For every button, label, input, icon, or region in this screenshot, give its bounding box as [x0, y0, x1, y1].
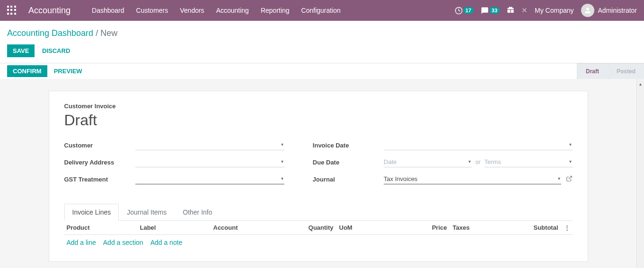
nav-dashboard[interactable]: Dashboard	[92, 7, 124, 14]
confirm-button[interactable]: Confirm	[7, 65, 47, 77]
field-customer: ▾	[135, 140, 284, 150]
journal-input[interactable]	[384, 174, 561, 184]
content-wrap: Customer Invoice Draft Customer ▾ Delive…	[0, 79, 644, 268]
row-gst-treatment: GST Treatment ▾	[64, 173, 284, 186]
label-invoice-date: Invoice Date	[313, 142, 384, 149]
user-name: Administrator	[598, 7, 637, 14]
company-name[interactable]: My Company	[535, 7, 573, 14]
avatar	[581, 4, 594, 17]
breadcrumb: Accounting Dashboard / New	[7, 25, 637, 42]
due-date-input[interactable]	[384, 157, 472, 167]
preview-button[interactable]: Preview	[47, 65, 89, 77]
col-taxes: Taxes	[447, 224, 480, 231]
label-gst: GST Treatment	[64, 176, 135, 183]
invoice-date-input[interactable]	[384, 140, 573, 150]
breadcrumb-bar: Accounting Dashboard / New Save Discard	[0, 21, 644, 63]
field-invoice-date: ▾	[384, 140, 573, 150]
nav-accounting[interactable]: Accounting	[216, 7, 249, 14]
svg-line-1	[568, 176, 571, 179]
col-product: Product	[67, 224, 140, 231]
activity-icon[interactable]: 17	[455, 7, 474, 15]
status-bar: Confirm Preview Draft Posted	[0, 63, 644, 79]
add-note-link[interactable]: Add a note	[150, 239, 183, 246]
breadcrumb-root[interactable]: Accounting Dashboard	[7, 28, 93, 38]
col-uom: UoM	[334, 224, 364, 231]
tabs: Invoice Lines Journal Items Other Info	[64, 204, 573, 221]
label-customer: Customer	[64, 142, 135, 149]
col-subtotal: Subtotal	[480, 224, 558, 231]
crossed-tools-icon[interactable]: ✕	[521, 6, 528, 15]
nav-configuration[interactable]: Configuration	[301, 7, 341, 14]
form-sheet: Customer Invoice Draft Customer ▾ Delive…	[49, 91, 588, 262]
col-account: Account	[213, 224, 300, 231]
external-link-icon[interactable]	[566, 175, 573, 183]
field-due-date-terms: ▾	[485, 157, 573, 167]
terms-input[interactable]	[485, 157, 573, 167]
scroll-up-icon[interactable]: ▴	[637, 80, 644, 87]
form-title-big: Draft	[64, 112, 573, 129]
save-button[interactable]: Save	[7, 44, 35, 57]
gst-input[interactable]	[135, 174, 284, 184]
label-due-date: Due Date	[313, 159, 384, 166]
nav-reporting[interactable]: Reporting	[261, 7, 290, 14]
add-section-link[interactable]: Add a section	[103, 239, 143, 246]
field-due-date-date: ▾	[384, 157, 472, 167]
form-columns: Customer ▾ Delivery Address ▾ GST Treatm…	[64, 138, 573, 190]
stage-draft[interactable]: Draft	[577, 63, 608, 79]
row-invoice-date: Invoice Date ▾	[313, 138, 573, 152]
add-line-link[interactable]: Add a line	[67, 239, 96, 246]
nav-vendors[interactable]: Vendors	[180, 7, 204, 14]
stage-posted[interactable]: Posted	[608, 63, 644, 79]
gift-icon[interactable]	[507, 6, 514, 15]
row-delivery-address: Delivery Address ▾	[64, 156, 284, 169]
row-links: Add a line Add a section Add a note	[64, 235, 573, 250]
label-delivery: Delivery Address	[64, 159, 135, 166]
row-journal: Journal ▾	[313, 173, 573, 186]
row-customer: Customer ▾	[64, 138, 284, 152]
activity-badge: 17	[463, 7, 474, 14]
row-due-date: Due Date ▾ or ▾	[313, 156, 573, 169]
customer-input[interactable]	[135, 140, 284, 150]
scrollbar[interactable]: ▴	[636, 79, 644, 268]
nav-menu: Dashboard Customers Vendors Accounting R…	[92, 7, 455, 14]
table-header: Product Label Account Quantity UoM Price…	[64, 221, 573, 235]
col-price: Price	[364, 224, 447, 231]
col-menu-icon[interactable]: ⋮	[558, 224, 570, 231]
user-menu[interactable]: Administrator	[581, 4, 637, 17]
app-title: Accounting	[28, 6, 71, 16]
apps-icon[interactable]	[7, 6, 17, 15]
discard-button[interactable]: Discard	[36, 44, 76, 57]
status-buttons: Confirm Preview	[7, 63, 89, 79]
breadcrumb-sep: /	[96, 28, 100, 38]
form-col-right: Invoice Date ▾ Due Date ▾ or	[313, 138, 573, 190]
tab-invoice-lines[interactable]: Invoice Lines	[64, 204, 119, 221]
tab-journal-items[interactable]: Journal Items	[119, 204, 175, 221]
field-gst: ▾	[135, 174, 284, 184]
nav-right: 17 33 ✕ My Company Administrator	[455, 4, 637, 17]
top-nav: Accounting Dashboard Customers Vendors A…	[0, 0, 644, 21]
field-delivery: ▾	[135, 157, 284, 167]
or-text: or	[476, 159, 481, 165]
nav-customers[interactable]: Customers	[136, 7, 168, 14]
chat-icon[interactable]: 33	[481, 7, 500, 15]
col-label: Label	[140, 224, 213, 231]
delivery-input[interactable]	[135, 157, 284, 167]
action-buttons: Save Discard	[7, 42, 637, 63]
status-stages: Draft Posted	[577, 63, 644, 79]
due-date-group: ▾ or ▾	[384, 157, 573, 167]
field-journal: ▾	[384, 174, 561, 184]
tab-other-info[interactable]: Other Info	[175, 204, 220, 221]
label-journal: Journal	[313, 176, 384, 183]
form-title-small: Customer Invoice	[64, 103, 573, 110]
breadcrumb-current: New	[100, 28, 117, 38]
form-col-left: Customer ▾ Delivery Address ▾ GST Treatm…	[64, 138, 284, 190]
col-quantity: Quantity	[300, 224, 334, 231]
chat-badge: 33	[489, 7, 500, 14]
main-content: Customer Invoice Draft Customer ▾ Delive…	[0, 79, 636, 268]
